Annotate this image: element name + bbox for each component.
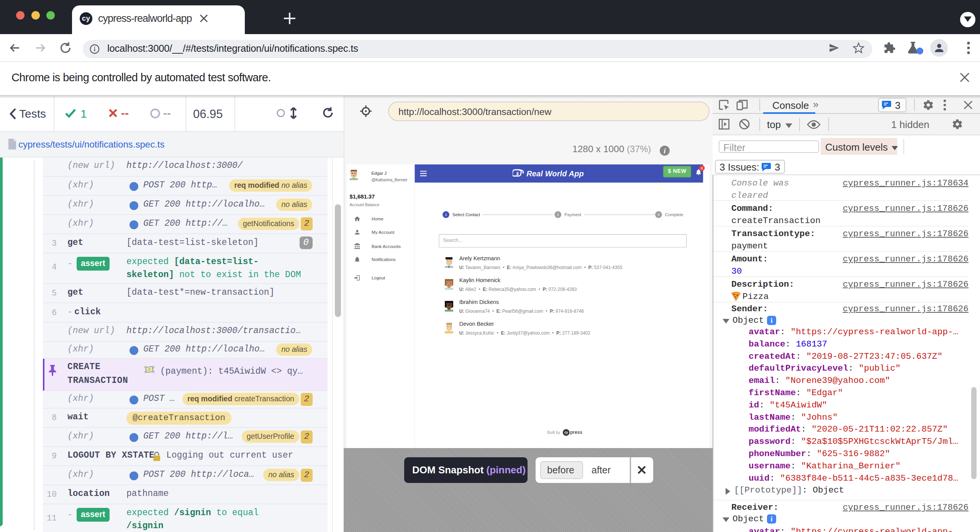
svg-text:$: $ bbox=[516, 171, 519, 176]
